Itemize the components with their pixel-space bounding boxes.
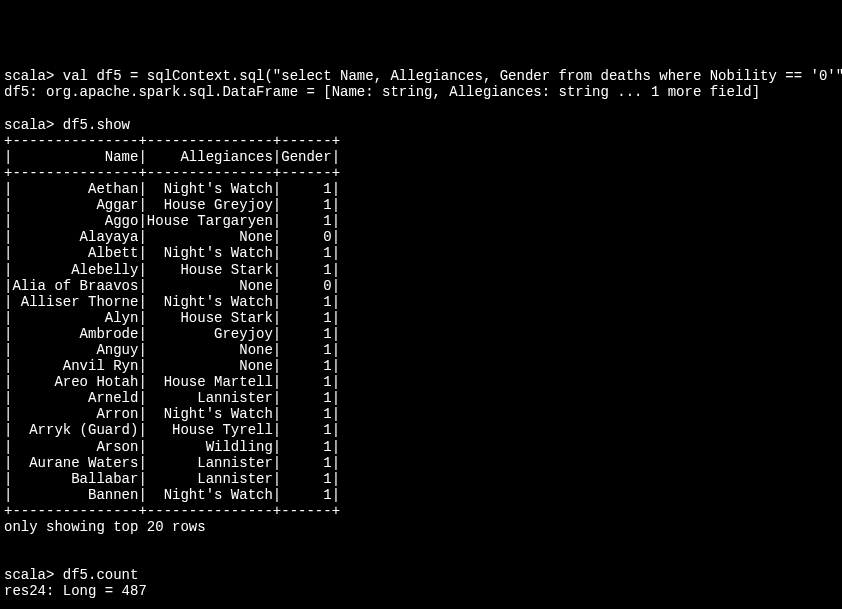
table-row: | Arron| Night's Watch| 1| — [4, 406, 340, 422]
table-row: |Alia of Braavos| None| 0| — [4, 278, 340, 294]
table-row: | Alebelly| House Stark| 1| — [4, 262, 340, 278]
table-header: | Name| Allegiances|Gender| — [4, 149, 340, 165]
terminal-output[interactable]: scala> val df5 = sqlContext.sql("select … — [4, 68, 838, 599]
table-row: | Arson| Wildling| 1| — [4, 439, 340, 455]
table-row: | Aggo|House Targaryen| 1| — [4, 213, 340, 229]
scala-command-line: scala> df5.count — [4, 567, 138, 583]
table-row: | Aggar| House Greyjoy| 1| — [4, 197, 340, 213]
table-row: | Bannen| Night's Watch| 1| — [4, 487, 340, 503]
table-row: | Albett| Night's Watch| 1| — [4, 245, 340, 261]
scala-command-line: scala> val df5 = sqlContext.sql("select … — [4, 68, 842, 84]
scala-response-line: df5: org.apache.spark.sql.DataFrame = [N… — [4, 84, 760, 100]
table-row: | Arneld| Lannister| 1| — [4, 390, 340, 406]
table-row: | Anguy| None| 1| — [4, 342, 340, 358]
table-row: | Alyn| House Stark| 1| — [4, 310, 340, 326]
table-row: | Ambrode| Greyjoy| 1| — [4, 326, 340, 342]
scala-command-line: scala> df5.show — [4, 117, 130, 133]
table-row: | Arryk (Guard)| House Tyrell| 1| — [4, 422, 340, 438]
table-row: | Aethan| Night's Watch| 1| — [4, 181, 340, 197]
scala-response-line: res24: Long = 487 — [4, 583, 147, 599]
table-separator: +---------------+---------------+------+ — [4, 165, 340, 181]
table-separator: +---------------+---------------+------+ — [4, 503, 340, 519]
table-row: | Aurane Waters| Lannister| 1| — [4, 455, 340, 471]
table-footer: only showing top 20 rows — [4, 519, 206, 535]
table-separator: +---------------+---------------+------+ — [4, 133, 340, 149]
table-row: | Alayaya| None| 0| — [4, 229, 340, 245]
table-row: | Alliser Thorne| Night's Watch| 1| — [4, 294, 340, 310]
table-row: | Anvil Ryn| None| 1| — [4, 358, 340, 374]
table-row: | Ballabar| Lannister| 1| — [4, 471, 340, 487]
table-row: | Areo Hotah| House Martell| 1| — [4, 374, 340, 390]
